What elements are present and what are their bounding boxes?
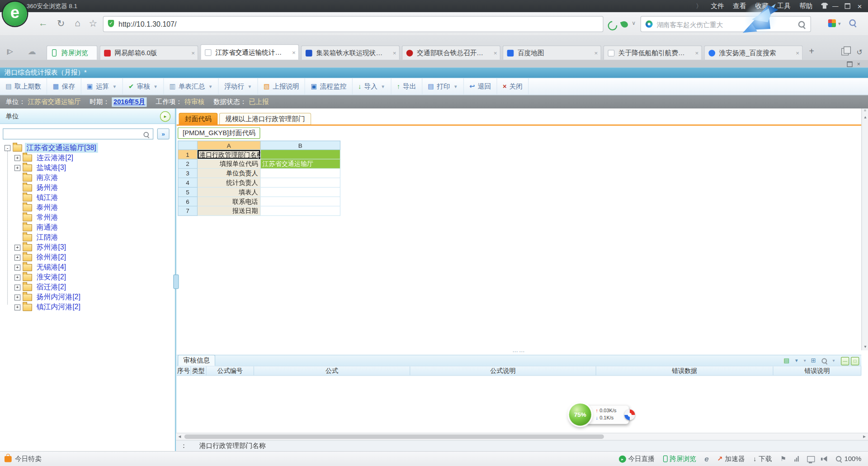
accelerator-item[interactable]: ↗ 加速器 xyxy=(717,454,745,464)
scroll-down-icon[interactable]: ▼ xyxy=(862,343,868,350)
toolbar-button[interactable]: ▥ 单表汇总 ▼ xyxy=(164,78,219,95)
back-button[interactable]: ← xyxy=(37,18,50,28)
audit-column-header[interactable]: 错误说明 xyxy=(774,367,862,376)
search-icon[interactable] xyxy=(798,21,805,28)
cross-screen-item[interactable]: 跨屏浏览 xyxy=(663,454,696,464)
tree-item[interactable]: + 盐城港[3] xyxy=(0,163,175,173)
accelerator-label[interactable]: 加速器 xyxy=(725,454,745,464)
toolbar-button[interactable]: ▣ 运算 ▼ xyxy=(81,78,123,95)
network-signal-icon[interactable] xyxy=(795,456,799,461)
tab-close-icon[interactable]: × xyxy=(594,46,598,60)
cell-b[interactable] xyxy=(261,178,340,188)
toolbar-button[interactable]: ↩ 退回 xyxy=(464,78,497,95)
tree-toggle-icon[interactable]: + xyxy=(14,304,20,310)
home-button[interactable]: ⌂ xyxy=(71,18,84,28)
row-header[interactable]: 6 xyxy=(178,197,198,207)
audit-column-header[interactable]: 公式 xyxy=(254,367,410,376)
network-speed-widget[interactable]: ↗↑ 0.03K/s ↓ 0.1K/s 75% xyxy=(569,402,636,429)
browser-tab[interactable]: 网易邮箱6.0版 × xyxy=(99,45,198,60)
scroll-up-icon[interactable]: ▲ xyxy=(862,113,868,121)
tree-toggle-icon[interactable]: + xyxy=(14,274,20,280)
tab-close-icon[interactable]: × xyxy=(191,46,195,60)
tree-item-label[interactable]: 扬州内河港[2] xyxy=(35,292,82,302)
zoom-level[interactable]: 100% xyxy=(844,455,862,463)
splitter-collapse-handle[interactable] xyxy=(173,274,179,289)
cloud-sync-icon[interactable]: ☁ xyxy=(28,47,36,56)
toolbar-button[interactable]: ▤ 打印 ▼ xyxy=(422,78,464,95)
tree-toggle-icon[interactable] xyxy=(14,214,20,220)
download-label[interactable]: 下载 xyxy=(759,454,772,464)
refresh-button[interactable]: ↻ xyxy=(54,18,67,29)
tree-item-label[interactable]: 宿迁港[2] xyxy=(35,282,68,292)
skin-icon[interactable] xyxy=(821,3,828,9)
row-header[interactable]: 7 xyxy=(178,207,198,216)
browser-tab[interactable]: 百度地图 × xyxy=(503,45,601,60)
cell-a[interactable]: 填报单位代码 xyxy=(198,160,261,169)
apps-grid-icon[interactable] xyxy=(828,19,836,27)
tree-item-label[interactable]: 镇江港 xyxy=(35,193,60,202)
tree-toggle-icon[interactable] xyxy=(14,174,20,180)
tree-toggle-icon[interactable]: + xyxy=(14,165,20,170)
select-all-corner[interactable] xyxy=(178,141,198,150)
tree-toggle-icon[interactable] xyxy=(14,204,20,210)
menu-item[interactable]: 帮助 xyxy=(799,1,812,11)
tree-item[interactable]: + 淮安港[2] xyxy=(0,272,175,282)
memory-percent-ball[interactable]: 75% xyxy=(569,404,591,426)
column-header-b[interactable]: B xyxy=(261,141,340,150)
toolbar-dropdown-icon[interactable]: ▼ xyxy=(453,84,458,89)
tree-item[interactable]: + 苏州港[3] xyxy=(0,242,175,252)
browser-tab[interactable]: 淮安扬港_百度搜索 × xyxy=(704,45,803,60)
tree-item[interactable]: + 徐州港[2] xyxy=(0,252,175,262)
restore-button[interactable] xyxy=(841,0,854,12)
cell-a[interactable]: 港口行政管理部门名称 xyxy=(198,150,261,160)
search-input[interactable]: 湖南客车起火伤亡重大 xyxy=(656,20,723,30)
tree-item[interactable]: + 镇江内河港[2] xyxy=(0,302,175,312)
cell-a[interactable]: 单位负责人 xyxy=(198,169,261,178)
address-bar[interactable]: ✓ http://10.1.30.107/ xyxy=(103,16,604,33)
menu-item[interactable]: 查看 xyxy=(733,1,746,11)
monitor-icon[interactable] xyxy=(807,456,815,461)
audit-minimize-icon[interactable]: — xyxy=(841,357,849,365)
cell-a[interactable]: 统计负责人 xyxy=(198,178,261,188)
tree-item-label[interactable]: 扬州港 xyxy=(35,183,60,193)
audit-column-header[interactable]: 公式说明 xyxy=(410,367,596,376)
audit-column-header[interactable]: 类型 xyxy=(191,367,206,376)
screenshot-tool-icon[interactable] xyxy=(849,19,856,28)
sheet-tab[interactable]: [PMDM_GKYB]封面代码 xyxy=(178,127,260,139)
tree-item[interactable]: 江阴港 xyxy=(0,232,175,242)
tree-item[interactable]: - 江苏省交通运输厅[38] xyxy=(0,143,175,153)
tree-item-label[interactable]: 无锡港[4] xyxy=(35,262,68,272)
close-button[interactable]: × xyxy=(854,0,866,12)
audit-tab[interactable]: 审核信息 xyxy=(178,355,215,366)
tab-close-icon[interactable]: × xyxy=(695,46,698,60)
vertical-scrollbar[interactable]: ≡ ▲ ▼ xyxy=(861,108,868,350)
scrollbar-lines-icon[interactable]: ≡ xyxy=(862,108,868,113)
cross-screen-label[interactable]: 跨屏浏览 xyxy=(670,454,696,464)
cell-b[interactable] xyxy=(261,197,340,207)
row-header[interactable]: 5 xyxy=(178,188,198,197)
live-label[interactable]: 今日直播 xyxy=(628,454,655,464)
export-excel-icon[interactable]: ▤ xyxy=(783,357,789,364)
tab-close-icon[interactable]: × xyxy=(494,46,497,60)
tree-toggle-icon[interactable]: + xyxy=(14,245,20,250)
tree-item[interactable]: 镇江港 xyxy=(0,193,175,202)
tree-item-label[interactable]: 连云港港[2] xyxy=(35,153,75,163)
scrollbar-thumb[interactable] xyxy=(184,434,604,439)
toolbar-button[interactable]: 浮动行 ▼ xyxy=(219,78,258,95)
toolbar-dropdown-icon[interactable]: ▼ xyxy=(381,84,385,89)
tree-item-label[interactable]: 镇江内河港[2] xyxy=(35,302,82,312)
tree-toggle-icon[interactable]: + xyxy=(14,155,20,160)
tree-toggle-icon[interactable]: + xyxy=(14,264,20,270)
flag-icon[interactable]: ⚑ xyxy=(780,455,786,463)
toolbar-button[interactable]: ▣ 流程监控 xyxy=(305,78,353,95)
toolbar-button[interactable]: × 关闭 xyxy=(497,78,529,95)
live-item[interactable]: ▸ 今日直播 xyxy=(619,454,655,464)
tree-item-label[interactable]: 盐城港[3] xyxy=(35,163,68,173)
period-link[interactable]: 2016年5月 xyxy=(112,97,147,107)
search-icon[interactable] xyxy=(143,132,149,137)
menu-item[interactable]: 文件 xyxy=(711,1,724,11)
toolbar-dropdown-icon[interactable]: ▼ xyxy=(248,84,252,89)
tab-cover-code[interactable]: 封面代码 xyxy=(179,113,218,125)
audit-column-header[interactable]: 公式编号 xyxy=(207,367,254,376)
tab-close-icon[interactable]: × xyxy=(393,46,396,60)
